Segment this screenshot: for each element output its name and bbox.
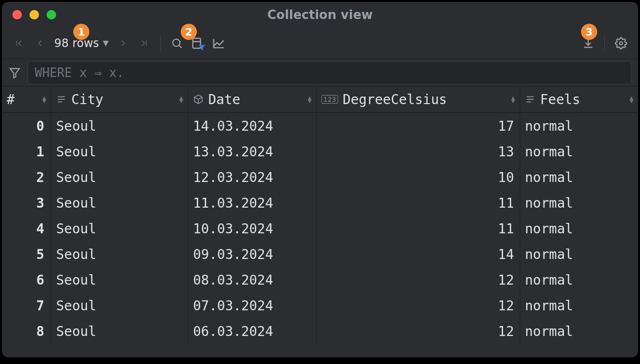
app-window: 1 2 3 Collection view 98 rows ▼ [2,2,638,357]
arrow-icon: ⇒ [94,66,102,80]
close-icon[interactable] [12,10,22,19]
column-label: Feels [540,92,625,107]
column-header-feels[interactable]: Feels ▲▼ [520,86,638,112]
column-header-degree[interactable]: 123 DegreeCelsius ▲▼ [317,86,520,112]
cell-feels[interactable]: normal [520,241,638,267]
cell-date[interactable]: 13.03.2024 [188,139,317,164]
filter-input[interactable]: WHERE x ⇒ x. [28,61,631,84]
cell-city[interactable]: Seoul [51,318,188,344]
cell-date[interactable]: 10.03.2024 [188,216,317,241]
filter-icon[interactable] [9,67,21,79]
cell-feels[interactable]: normal [520,190,638,216]
svg-line-3 [179,45,182,48]
table-row[interactable]: 6Seoul08.03.202412normal [2,267,638,293]
object-type-icon [193,94,204,105]
cell-degree[interactable]: 10 [317,164,520,190]
table-row[interactable]: 7Seoul07.03.202412normal [2,293,638,318]
chart-button[interactable] [209,34,228,53]
cell-city[interactable]: Seoul [51,190,188,216]
table-row[interactable]: 8Seoul06.03.202412normal [2,318,638,344]
cell-degree[interactable]: 11 [317,190,520,216]
cell-feels[interactable]: normal [520,164,638,190]
table-body: 0Seoul14.03.202417normal1Seoul13.03.2024… [2,113,638,344]
separator [604,35,605,51]
text-type-icon [56,94,67,105]
svg-marker-6 [199,45,204,49]
table-row[interactable]: 3Seoul11.03.202411normal [2,190,638,216]
cell-index: 7 [2,293,51,318]
cell-city[interactable]: Seoul [51,293,188,318]
cell-degree[interactable]: 12 [317,267,520,293]
cell-city[interactable]: Seoul [51,216,188,241]
cell-feels[interactable]: normal [520,267,638,293]
prev-page-button[interactable] [30,34,49,53]
rows-count-label: 98 rows [54,37,99,50]
settings-button[interactable] [611,34,630,53]
filter-columns-button[interactable] [188,34,207,53]
cell-city[interactable]: Seoul [51,139,188,164]
cell-date[interactable]: 08.03.2024 [188,267,317,293]
cell-date[interactable]: 14.03.2024 [188,113,317,139]
table-row[interactable]: 1Seoul13.03.202413normal [2,139,638,164]
sort-icon: ▲▼ [630,96,633,103]
cell-degree[interactable]: 11 [317,216,520,241]
filter-bar: WHERE x ⇒ x. [2,59,638,86]
number-type-icon: 123 [321,95,338,104]
cell-feels[interactable]: normal [520,113,638,139]
table-row[interactable]: 4Seoul10.03.202411normal [2,216,638,241]
cell-date[interactable]: 07.03.2024 [188,293,317,318]
toolbar: 98 rows ▼ [2,28,638,59]
cell-feels[interactable]: normal [520,318,638,344]
sort-icon: ▲▼ [179,96,183,103]
download-button[interactable] [579,34,598,53]
cell-index: 4 [2,216,51,241]
cell-degree[interactable]: 12 [317,318,520,344]
search-button[interactable] [167,34,186,53]
cell-index: 8 [2,318,51,344]
cell-date[interactable]: 11.03.2024 [188,190,317,216]
column-label: Date [208,92,303,107]
data-table: # ▲▼ City ▲▼ Date ▲▼ 123 DegreeCelsius [2,86,638,357]
cell-degree[interactable]: 13 [317,139,520,164]
first-page-button[interactable] [10,34,29,53]
last-page-button[interactable] [135,34,154,53]
cell-feels[interactable]: normal [520,216,638,241]
table-header-row: # ▲▼ City ▲▼ Date ▲▼ 123 DegreeCelsius [2,86,638,113]
cell-feels[interactable]: normal [520,293,638,318]
cell-index: 1 [2,139,51,164]
zoom-icon[interactable] [47,10,56,19]
filter-placeholder-x1: x [72,66,94,80]
window-title: Collection view [2,8,638,22]
column-header-index[interactable]: # ▲▼ [2,86,51,112]
cell-degree[interactable]: 17 [317,113,520,139]
cell-city[interactable]: Seoul [51,164,188,190]
column-header-city[interactable]: City ▲▼ [51,86,188,112]
chevron-down-icon: ▼ [103,38,108,48]
cell-feels[interactable]: normal [520,139,638,164]
table-row[interactable]: 2Seoul12.03.202410normal [2,164,638,190]
titlebar: Collection view [2,2,638,28]
cell-city[interactable]: Seoul [51,113,188,139]
cell-city[interactable]: Seoul [51,267,188,293]
svg-point-9 [620,41,623,45]
table-row[interactable]: 5Seoul09.03.202414normal [2,241,638,267]
table-row[interactable]: 0Seoul14.03.202417normal [2,113,638,139]
sort-icon: ▲▼ [42,96,46,103]
filter-placeholder-where: WHERE [35,66,72,80]
minimize-icon[interactable] [29,10,39,19]
cell-degree[interactable]: 12 [317,293,520,318]
column-header-date[interactable]: Date ▲▼ [188,86,317,112]
cell-date[interactable]: 06.03.2024 [188,318,317,344]
cell-city[interactable]: Seoul [51,241,188,267]
text-type-icon [525,94,535,105]
sort-icon: ▲▼ [511,96,515,103]
separator [160,35,161,51]
cell-date[interactable]: 12.03.2024 [188,164,317,190]
cell-date[interactable]: 09.03.2024 [188,241,317,267]
cell-degree[interactable]: 14 [317,241,520,267]
cell-index: 6 [2,267,51,293]
cell-index: 0 [2,113,51,139]
next-page-button[interactable] [114,34,133,53]
cell-index: 5 [2,241,51,267]
rows-count-dropdown[interactable]: 98 rows ▼ [51,37,112,50]
